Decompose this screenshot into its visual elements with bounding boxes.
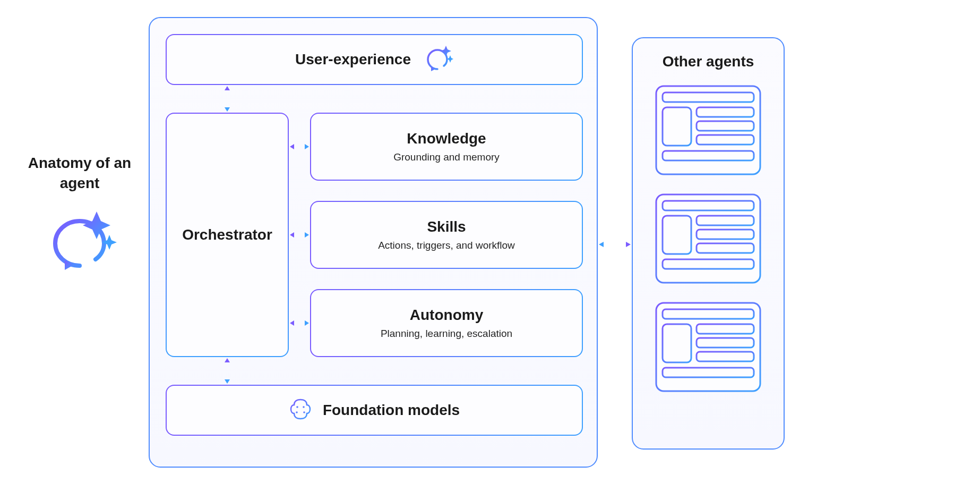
skills-subtitle: Actions, triggers, and workflow	[378, 240, 515, 251]
svg-marker-21	[599, 242, 604, 247]
diagram-title: Anatomy of an agent	[21, 153, 138, 193]
skills-label: Skills	[427, 218, 466, 235]
agent-thumbnail-icon	[655, 85, 761, 177]
diagram-title-block: Anatomy of an agent	[21, 153, 138, 277]
arrow-orchestrator-foundation	[222, 358, 233, 384]
svg-marker-12	[290, 144, 294, 149]
knowledge-label: Knowledge	[407, 130, 486, 147]
other-agents-label: Other agents	[663, 53, 754, 70]
agent-thumbnail-icon	[655, 193, 761, 286]
foundation-models-label: Foundation models	[323, 402, 460, 419]
arrow-agent-other-agents	[599, 239, 631, 250]
arrow-orch-knowledge	[290, 141, 309, 152]
svg-marker-19	[305, 320, 309, 326]
autonomy-box: Autonomy Planning, learning, escalation	[310, 289, 583, 357]
svg-marker-6	[225, 86, 230, 90]
user-experience-box: User-experience	[166, 34, 583, 85]
other-agents-panel: Other agents	[632, 37, 785, 450]
knowledge-subtitle: Grounding and memory	[393, 151, 500, 163]
svg-marker-22	[626, 242, 631, 247]
user-experience-label: User-experience	[295, 51, 411, 68]
skills-box: Skills Actions, triggers, and workflow	[310, 201, 583, 269]
svg-point-2	[303, 406, 305, 408]
orchestrator-label: Orchestrator	[182, 226, 272, 243]
svg-point-4	[303, 411, 305, 413]
svg-marker-13	[305, 144, 309, 149]
svg-marker-16	[305, 232, 309, 238]
arrow-orch-autonomy	[290, 318, 309, 328]
svg-marker-10	[225, 379, 230, 384]
brain-icon	[289, 397, 312, 423]
agent-container: User-experience Orchestrator Knowledge G…	[149, 17, 598, 468]
arrow-orch-skills	[290, 230, 309, 240]
svg-marker-18	[290, 320, 294, 326]
chat-sparkle-icon	[21, 206, 138, 277]
orchestrator-box: Orchestrator	[166, 113, 289, 357]
svg-marker-7	[225, 107, 230, 112]
svg-marker-15	[290, 232, 294, 238]
svg-point-3	[296, 411, 298, 413]
agent-thumbnail-icon	[655, 302, 761, 394]
autonomy-subtitle: Planning, learning, escalation	[381, 328, 512, 340]
chat-sparkle-small-icon	[424, 45, 453, 74]
svg-point-1	[296, 406, 298, 408]
knowledge-box: Knowledge Grounding and memory	[310, 113, 583, 181]
svg-marker-9	[225, 358, 230, 362]
foundation-models-box: Foundation models	[166, 385, 583, 436]
arrow-ux-orchestrator	[222, 86, 233, 112]
autonomy-label: Autonomy	[410, 307, 483, 324]
